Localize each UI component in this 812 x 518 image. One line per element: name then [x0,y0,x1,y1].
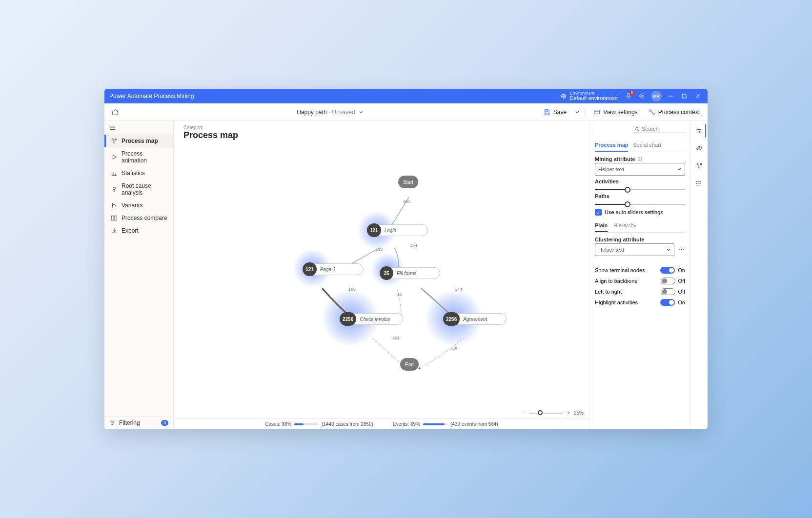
sidebar-item-process-map[interactable]: Process map [104,135,173,147]
process-context-button[interactable]: Process context [645,107,704,118]
sidebar-item-process-animation[interactable]: Process animation [104,147,173,167]
chevron-down-icon [357,110,365,115]
tab-social-chart[interactable]: Social chart [633,140,661,152]
paths-slider[interactable] [595,204,685,205]
view-settings-button[interactable]: View settings [589,107,641,118]
tab-process-map[interactable]: Process map [595,140,628,152]
sidebar-item-statistics[interactable]: Statistics [104,167,173,179]
svg-rect-11 [115,216,117,220]
notifications-button[interactable]: 9 [622,89,635,103]
filtering-button[interactable]: Filtering 9 [104,416,173,429]
environment-icon [560,93,567,100]
minimize-button[interactable] [664,89,677,103]
root-cause-icon [111,186,118,193]
svg-point-22 [696,185,697,185]
svg-point-19 [698,167,700,168]
info-icon [637,157,642,161]
events-detail: (439 events from 584) [450,421,498,427]
svg-point-9 [113,187,115,190]
toolbar: Happy path · Unsaved Save View settings … [104,103,708,121]
process-map-canvas[interactable]: Start 121 Login 121 Page 3 25 Fill forms… [174,142,589,418]
zoom-control: − + 25% [522,410,584,416]
chevron-down-icon [666,247,671,252]
svg-point-14 [697,129,698,130]
events-bar [423,423,447,425]
rail-view[interactable] [692,141,706,155]
node-fill-forms[interactable]: 25 Fill forms [380,266,440,280]
zoom-out-button[interactable]: − [522,410,525,416]
sidebar: Process map Process animation Statistics… [104,121,174,429]
zoom-in-button[interactable]: + [567,410,570,416]
rail-nodes[interactable] [692,159,706,173]
document-name: Happy path [297,109,326,116]
document-state: · Unsaved [329,109,355,116]
search-input[interactable]: Search [632,125,686,133]
hamburger-button[interactable] [104,121,173,135]
settings-button[interactable] [635,89,649,103]
save-icon [544,109,550,116]
titlebar: Power Automate Process Mining Environmen… [104,89,708,103]
toggle-switch[interactable] [661,288,675,295]
page-title: Process map [183,130,580,140]
filter-icon [109,420,115,426]
process-context-icon [649,109,655,116]
node-check-invoice[interactable]: 2256 Check invoice [340,312,403,326]
sidebar-item-process-compare[interactable]: Process compare [104,212,173,224]
zoom-value: 25% [574,410,584,416]
svg-point-1 [641,95,643,97]
mining-attribute-label: Mining attribute [595,156,685,162]
document-title-area[interactable]: Happy path · Unsaved [125,109,537,116]
auto-sliders-checkbox[interactable]: ✓ Use auto sliders settings [595,209,685,216]
svg-rect-10 [112,216,114,220]
status-bar: Cases: 38% (1440 cases from 2850) Events… [174,418,589,429]
close-button[interactable] [691,89,705,103]
environment-picker[interactable]: Environment Default environment [560,91,618,101]
save-button[interactable]: Save [540,107,570,118]
clustering-select[interactable]: Helper text [595,243,674,256]
save-dropdown[interactable] [573,110,581,115]
right-icon-rail [690,121,708,429]
mining-attribute-select[interactable]: Helper text [595,163,685,176]
view-settings-icon [593,109,600,116]
node-agreement[interactable]: 2256 Agreement [443,312,507,326]
zoom-slider[interactable] [529,413,563,414]
activities-label: Activities [595,179,685,184]
toggle-switch[interactable] [661,278,675,284]
svg-rect-3 [594,110,600,114]
chevron-down-icon [677,167,682,172]
clustering-more[interactable]: ⋯ [677,247,685,253]
compare-icon [111,215,118,221]
node-login[interactable]: 121 Login [367,223,428,237]
rail-settings[interactable] [692,124,706,138]
sidebar-item-root-cause[interactable]: Root cause analysis [104,179,173,199]
toggle-switch[interactable] [660,267,675,274]
subtab-plain[interactable]: Plain [595,220,608,232]
activities-slider[interactable] [595,189,685,190]
edges-layer [174,142,589,418]
environment-name: Default environment [570,96,618,101]
events-label: Events: 89% [393,421,420,427]
subtab-hierarchy[interactable]: Hierarchy [613,220,636,232]
checkbox-checked-icon: ✓ [595,209,602,216]
rail-list[interactable] [692,177,706,190]
svg-rect-2 [682,94,686,98]
home-button[interactable] [108,105,122,119]
environment-label: Environment [570,91,618,96]
svg-point-16 [698,148,700,149]
main-area: Category Process map [174,121,589,429]
node-page-3[interactable]: 121 Page 3 [303,262,364,276]
sidebar-item-export[interactable]: Export [104,224,173,237]
maximize-icon [681,93,688,100]
svg-point-21 [696,183,697,183]
app-window: Power Automate Process Mining Environmen… [104,89,708,429]
sidebar-item-variants[interactable]: Variants [104,199,173,212]
toggle-left-to-right: Left to right Off [595,288,685,295]
end-node[interactable]: End [400,358,419,371]
cases-bar [294,423,319,425]
maximize-button[interactable] [677,89,691,103]
start-node[interactable]: Start [398,176,418,188]
toggle-switch[interactable] [660,299,675,306]
nodes-icon [696,162,703,169]
eye-icon [696,145,703,152]
user-avatar[interactable]: MK [651,91,662,101]
